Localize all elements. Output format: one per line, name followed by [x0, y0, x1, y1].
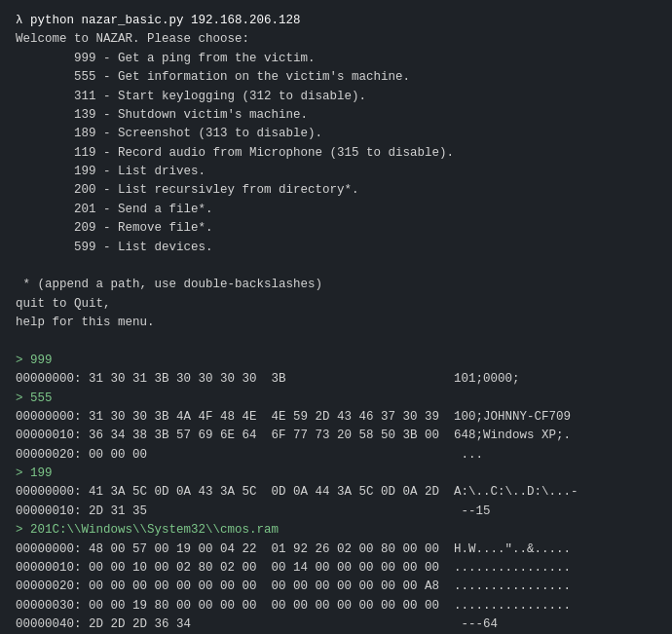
terminal-container: λ python nazar_basic.py 192.168.206.128 … [0, 0, 672, 634]
terminal-output: λ python nazar_basic.py 192.168.206.128 … [16, 12, 656, 634]
